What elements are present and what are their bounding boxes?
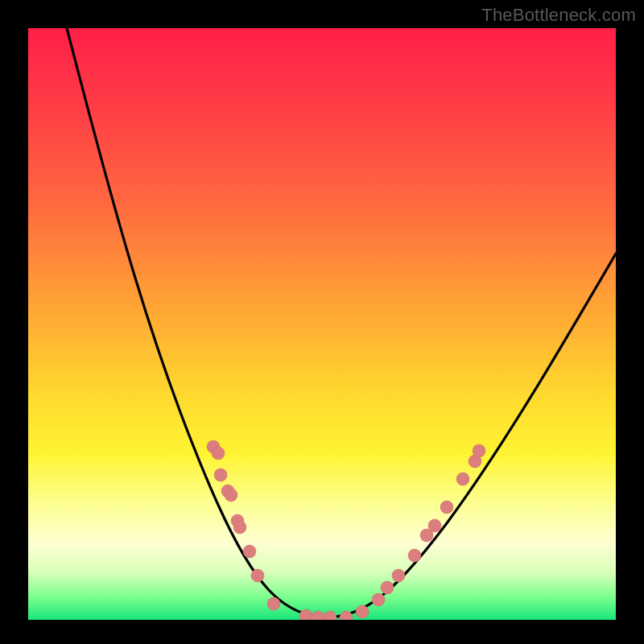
svg-point-14 xyxy=(356,605,369,618)
svg-point-21 xyxy=(440,501,453,514)
svg-point-12 xyxy=(324,611,336,620)
svg-point-16 xyxy=(381,581,394,594)
svg-point-1 xyxy=(212,447,225,460)
svg-point-15 xyxy=(372,593,385,606)
svg-point-18 xyxy=(408,549,421,562)
svg-point-20 xyxy=(428,519,441,532)
svg-point-2 xyxy=(214,469,227,481)
chart-svg xyxy=(28,28,616,620)
svg-point-7 xyxy=(243,545,256,558)
svg-point-17 xyxy=(392,569,405,582)
svg-point-11 xyxy=(312,611,324,620)
data-dots xyxy=(207,440,485,620)
svg-point-22 xyxy=(456,473,469,485)
svg-point-8 xyxy=(251,569,264,582)
svg-point-24 xyxy=(473,444,485,457)
svg-point-4 xyxy=(225,489,237,502)
svg-point-9 xyxy=(267,597,280,610)
watermark-text: TheBottleneck.com xyxy=(481,5,636,26)
bottleneck-curve xyxy=(67,28,616,617)
svg-point-10 xyxy=(299,609,312,620)
plot-area xyxy=(28,28,616,620)
svg-point-6 xyxy=(233,521,246,534)
frame: TheBottleneck.com xyxy=(0,0,644,644)
